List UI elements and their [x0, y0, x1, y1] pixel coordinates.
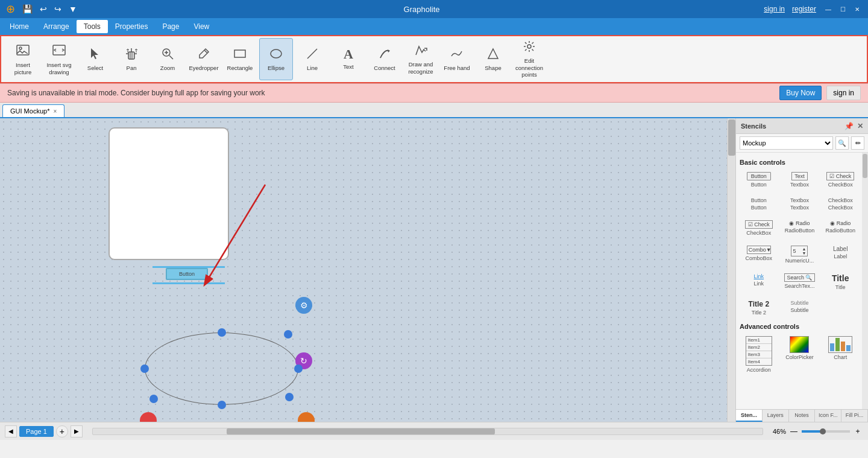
menu-view[interactable]: View [186, 20, 216, 33]
stencil-tab-icon-f[interactable]: Icon F... [815, 410, 841, 422]
more-quick-btn[interactable]: ▼ [66, 3, 80, 15]
zoom-slider-thumb[interactable] [820, 428, 826, 434]
stencil-numeric[interactable]: 5▲▼ NumericU... [781, 243, 819, 266]
tool-draw-recognize[interactable]: Draw and recognize [404, 38, 438, 80]
svg-line-7 [169, 56, 173, 59]
trial-sign-in-button[interactable]: sign in [826, 86, 861, 100]
stencil-text-1[interactable]: Text Textbox [781, 170, 819, 190]
stencil-title2[interactable]: Title 2 Title 2 [740, 297, 778, 318]
stencil-colorpicker[interactable]: ColorPicker [781, 334, 819, 375]
scroll-thumb-vertical[interactable] [728, 119, 735, 156]
handle-top-center[interactable] [218, 328, 226, 337]
handle-bottom-center[interactable] [218, 401, 226, 409]
sign-in-link[interactable]: sign in [764, 5, 785, 13]
undo-quick-btn[interactable]: ↩ [37, 3, 49, 15]
tool-zoom-label: Zoom [160, 65, 175, 71]
zoom-slider-fill [802, 430, 821, 433]
stencil-checkbox[interactable]: ☑ Check CheckBox [740, 218, 778, 238]
menu-arrange[interactable]: Arrange [36, 20, 77, 33]
stencil-tab-fill-pi[interactable]: Fill Pi... [841, 410, 868, 422]
tool-rectangle[interactable]: Rectangle [223, 38, 257, 80]
stencil-search[interactable]: Search 🔍 SearchTex... [781, 271, 819, 293]
horizontal-scroll-thumb[interactable] [227, 428, 494, 434]
stencil-check-2[interactable]: CheckBox CheckBox [821, 195, 860, 213]
tool-zoom[interactable]: Zoom [151, 38, 184, 80]
zoom-slider[interactable] [802, 430, 850, 433]
tool-text[interactable]: A Text [332, 38, 365, 80]
stencil-check-1[interactable]: ☑ Check CheckBox [821, 170, 860, 190]
menu-tools[interactable]: Tools [77, 20, 108, 33]
save-quick-btn[interactable]: 💾 [20, 3, 35, 15]
tab-close-btn[interactable]: × [53, 108, 57, 115]
page-nav-next[interactable]: ▶ [71, 425, 83, 437]
tool-select[interactable]: Select [78, 38, 112, 80]
tool-ellipse[interactable]: Ellipse [259, 38, 293, 80]
minimize-btn[interactable]: — [823, 4, 833, 14]
zoom-minus-btn[interactable]: — [788, 426, 799, 437]
buy-now-button[interactable]: Buy Now [779, 86, 822, 100]
maximize-btn[interactable]: ☐ [838, 4, 848, 14]
register-link[interactable]: register [792, 5, 816, 13]
app-logo: ⊕ [6, 2, 15, 16]
stencil-button-1[interactable]: Button Button [740, 170, 778, 190]
handle-bottom-left[interactable] [149, 395, 158, 403]
handle-left-middle[interactable] [140, 364, 149, 373]
stencil-combo-visual: Combo ▼ [747, 246, 771, 254]
ellipse-shape[interactable] [145, 332, 298, 405]
stencil-tab-notes[interactable]: Notes [789, 410, 816, 422]
stencil-radio-1[interactable]: ◉ Radio RadioButton [781, 218, 819, 238]
tool-insert-svg[interactable]: Insert svg drawing [42, 38, 76, 80]
stencils-scroll-thumb[interactable] [863, 154, 867, 178]
stencil-title[interactable]: Title Title [821, 271, 860, 293]
stencils-edit-btn[interactable]: ✏ [851, 136, 864, 150]
handle-bottom-right[interactable] [285, 393, 294, 401]
stencil-chart[interactable]: Chart [821, 334, 860, 375]
tool-insert-picture[interactable]: Insert picture [6, 38, 40, 80]
add-page-btn[interactable]: + [56, 425, 68, 437]
stencil-link[interactable]: Link Link [740, 271, 778, 293]
stencil-button-2-label: Button [751, 205, 767, 211]
stencil-checkbox-visual: ☑ Check [745, 220, 773, 229]
stencils-close-btn[interactable]: ✕ [857, 122, 863, 130]
stencils-header-controls: 📌 ✕ [844, 122, 863, 130]
canvas-area[interactable]: Button ⚙ ↻ [0, 118, 735, 422]
gui-mockup-tab[interactable]: GUI Mockup* × [2, 104, 64, 117]
svg-point-14 [527, 45, 531, 48]
page-nav-prev[interactable]: ◀ [5, 425, 17, 437]
tool-eyedropper[interactable]: Eyedropper [187, 38, 221, 80]
menu-properties[interactable]: Properties [108, 20, 156, 33]
close-btn[interactable]: ✕ [852, 4, 862, 14]
stencil-combo[interactable]: Combo ▼ ComboBox [740, 243, 778, 266]
tool-line[interactable]: Line [295, 38, 329, 80]
canvas-button[interactable]: Button [166, 268, 208, 280]
stencils-scrollbar[interactable] [862, 153, 868, 409]
tool-edit-connection[interactable]: Edit connection points [512, 38, 546, 80]
menu-home[interactable]: Home [2, 20, 36, 33]
horizontal-scrollbar[interactable] [92, 428, 763, 435]
stencil-label[interactable]: Label Label [821, 243, 860, 266]
stencil-accordion[interactable]: Item1 Item2 Item3 Item4 Accordion [740, 334, 778, 375]
stencil-radio-2[interactable]: ◉ Radio RadioButton [821, 218, 860, 238]
stencil-subtitle[interactable]: Subtitle Subtitle [781, 297, 819, 318]
page-1-tab[interactable]: Page 1 [19, 426, 54, 437]
handle-right-middle[interactable] [294, 364, 303, 373]
menu-page[interactable]: Page [155, 20, 186, 33]
zoom-plus-btn[interactable]: + [852, 426, 863, 437]
handle-top-right[interactable] [284, 330, 292, 339]
gear-button[interactable]: ⚙ [295, 297, 312, 314]
canvas-scrollbar-vertical[interactable] [727, 118, 735, 422]
stencil-tab-layers[interactable]: Layers [763, 410, 789, 422]
stencils-search-btn[interactable]: 🔍 [835, 136, 849, 150]
redo-quick-btn[interactable]: ↪ [52, 3, 64, 15]
stencils-pin-btn[interactable]: 📌 [844, 122, 854, 130]
tool-shape[interactable]: Shape [476, 38, 510, 80]
stencil-check-2-visual: CheckBox [828, 197, 853, 203]
tool-pan[interactable]: Pan [115, 38, 148, 80]
stencil-row-6: Title 2 Title 2 Subtitle Subtitle [740, 297, 860, 318]
stencil-tab-stencils[interactable]: Sten... [736, 410, 763, 422]
tool-connect[interactable]: Connect [368, 38, 401, 80]
stencils-dropdown[interactable]: Mockup [740, 136, 833, 150]
stencil-text-2[interactable]: Textbox Textbox [781, 195, 819, 213]
stencil-button-2[interactable]: Button Button [740, 195, 778, 213]
tool-freehand[interactable]: Free hand [440, 38, 474, 80]
